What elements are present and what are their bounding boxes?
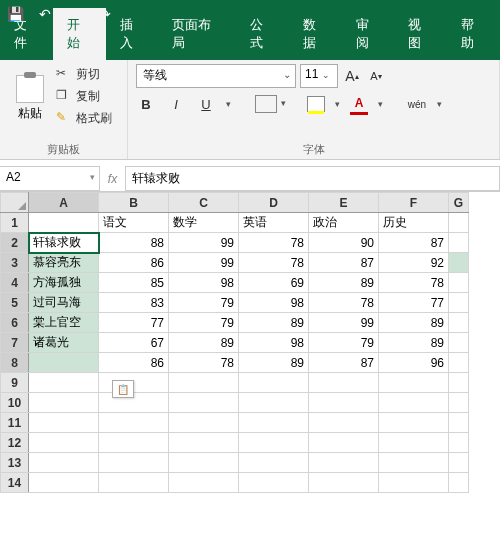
cell-B7[interactable]: 67 bbox=[99, 333, 169, 353]
cell-B2[interactable]: 88 bbox=[99, 233, 169, 253]
cell-E8[interactable]: 87 bbox=[309, 353, 379, 373]
cell-E7[interactable]: 79 bbox=[309, 333, 379, 353]
cell-G1[interactable] bbox=[449, 213, 469, 233]
col-header-D[interactable]: D bbox=[239, 193, 309, 213]
cell-E6[interactable]: 99 bbox=[309, 313, 379, 333]
cell-F5[interactable]: 77 bbox=[379, 293, 449, 313]
cell-D3[interactable]: 78 bbox=[239, 253, 309, 273]
row-header-11[interactable]: 11 bbox=[1, 413, 29, 433]
cell-F2[interactable]: 87 bbox=[379, 233, 449, 253]
cell-F3[interactable]: 92 bbox=[379, 253, 449, 273]
tab-formula[interactable]: 公式 bbox=[236, 8, 289, 60]
cell-D6[interactable]: 89 bbox=[239, 313, 309, 333]
underline-button[interactable]: U bbox=[196, 94, 216, 114]
cell-C12[interactable] bbox=[169, 433, 239, 453]
col-header-E[interactable]: E bbox=[309, 193, 379, 213]
cell-A11[interactable] bbox=[29, 413, 99, 433]
tab-insert[interactable]: 插入 bbox=[106, 8, 159, 60]
row-header-8[interactable]: 8 bbox=[1, 353, 29, 373]
cell-G10[interactable] bbox=[449, 393, 469, 413]
cell-A9[interactable] bbox=[29, 373, 99, 393]
cell-C13[interactable] bbox=[169, 453, 239, 473]
cell-A7[interactable]: 诸葛光 bbox=[29, 333, 99, 353]
row-header-12[interactable]: 12 bbox=[1, 433, 29, 453]
cell-A14[interactable] bbox=[29, 473, 99, 493]
cell-G7[interactable] bbox=[449, 333, 469, 353]
cell-B12[interactable] bbox=[99, 433, 169, 453]
row-header-4[interactable]: 4 bbox=[1, 273, 29, 293]
font-size-select[interactable]: 11 ⌄ bbox=[300, 64, 338, 88]
cell-E5[interactable]: 78 bbox=[309, 293, 379, 313]
cell-A13[interactable] bbox=[29, 453, 99, 473]
cell-G12[interactable] bbox=[449, 433, 469, 453]
worksheet[interactable]: A B C D E F G 1 语文 数学 英语 政治 历史 2轩辕求败8899… bbox=[0, 192, 500, 493]
cell-E1[interactable]: 政治 bbox=[309, 213, 379, 233]
cell-B5[interactable]: 83 bbox=[99, 293, 169, 313]
cell-C5[interactable]: 79 bbox=[169, 293, 239, 313]
cell-F10[interactable] bbox=[379, 393, 449, 413]
row-header-7[interactable]: 7 bbox=[1, 333, 29, 353]
format-painter-button[interactable]: 格式刷 bbox=[56, 108, 112, 128]
cell-G14[interactable] bbox=[449, 473, 469, 493]
row-header-9[interactable]: 9 bbox=[1, 373, 29, 393]
cell-C4[interactable]: 98 bbox=[169, 273, 239, 293]
cell-F9[interactable] bbox=[379, 373, 449, 393]
chevron-down-icon[interactable]: ▾ bbox=[226, 99, 231, 109]
cell-D13[interactable] bbox=[239, 453, 309, 473]
select-all-corner[interactable] bbox=[1, 193, 29, 213]
cell-G4[interactable] bbox=[449, 273, 469, 293]
cell-E14[interactable] bbox=[309, 473, 379, 493]
paste-options-button[interactable] bbox=[112, 380, 134, 398]
cell-E3[interactable]: 87 bbox=[309, 253, 379, 273]
cell-G2[interactable] bbox=[449, 233, 469, 253]
cell-E2[interactable]: 90 bbox=[309, 233, 379, 253]
cell-A6[interactable]: 棠上官空 bbox=[29, 313, 99, 333]
cell-E10[interactable] bbox=[309, 393, 379, 413]
cell-C3[interactable]: 99 bbox=[169, 253, 239, 273]
cell-A2[interactable]: 轩辕求败 bbox=[29, 233, 99, 253]
fx-icon[interactable]: fx bbox=[100, 166, 126, 191]
cell-B1[interactable]: 语文 bbox=[99, 213, 169, 233]
tab-view[interactable]: 视图 bbox=[394, 8, 447, 60]
chevron-down-icon[interactable]: ▾ bbox=[437, 99, 442, 109]
col-header-C[interactable]: C bbox=[169, 193, 239, 213]
cell-D10[interactable] bbox=[239, 393, 309, 413]
cell-F6[interactable]: 89 bbox=[379, 313, 449, 333]
cell-D12[interactable] bbox=[239, 433, 309, 453]
cell-A8[interactable] bbox=[29, 353, 99, 373]
cell-F12[interactable] bbox=[379, 433, 449, 453]
cell-D11[interactable] bbox=[239, 413, 309, 433]
cell-G11[interactable] bbox=[449, 413, 469, 433]
cell-C1[interactable]: 数学 bbox=[169, 213, 239, 233]
font-name-select[interactable]: 等线⌄ bbox=[136, 64, 296, 88]
cell-A12[interactable] bbox=[29, 433, 99, 453]
cell-F7[interactable]: 89 bbox=[379, 333, 449, 353]
row-header-10[interactable]: 10 bbox=[1, 393, 29, 413]
row-header-5[interactable]: 5 bbox=[1, 293, 29, 313]
cell-D7[interactable]: 98 bbox=[239, 333, 309, 353]
cell-B8[interactable]: 86 bbox=[99, 353, 169, 373]
cell-F14[interactable] bbox=[379, 473, 449, 493]
bold-button[interactable]: B bbox=[136, 94, 156, 114]
cell-A4[interactable]: 方海孤独 bbox=[29, 273, 99, 293]
cell-D4[interactable]: 69 bbox=[239, 273, 309, 293]
tab-data[interactable]: 数据 bbox=[289, 8, 342, 60]
cell-B14[interactable] bbox=[99, 473, 169, 493]
cell-C2[interactable]: 99 bbox=[169, 233, 239, 253]
cell-G9[interactable] bbox=[449, 373, 469, 393]
cell-D5[interactable]: 98 bbox=[239, 293, 309, 313]
cell-C8[interactable]: 78 bbox=[169, 353, 239, 373]
cell-C6[interactable]: 79 bbox=[169, 313, 239, 333]
tab-review[interactable]: 审阅 bbox=[342, 8, 395, 60]
formula-input[interactable]: 轩辕求败 bbox=[126, 166, 500, 191]
cell-C7[interactable]: 89 bbox=[169, 333, 239, 353]
row-header-13[interactable]: 13 bbox=[1, 453, 29, 473]
cell-D14[interactable] bbox=[239, 473, 309, 493]
cell-F13[interactable] bbox=[379, 453, 449, 473]
col-header-F[interactable]: F bbox=[379, 193, 449, 213]
copy-button[interactable]: 复制 bbox=[56, 86, 112, 106]
chevron-down-icon[interactable]: ▾ bbox=[335, 99, 340, 109]
cell-F1[interactable]: 历史 bbox=[379, 213, 449, 233]
cell-D9[interactable] bbox=[239, 373, 309, 393]
cell-B3[interactable]: 86 bbox=[99, 253, 169, 273]
